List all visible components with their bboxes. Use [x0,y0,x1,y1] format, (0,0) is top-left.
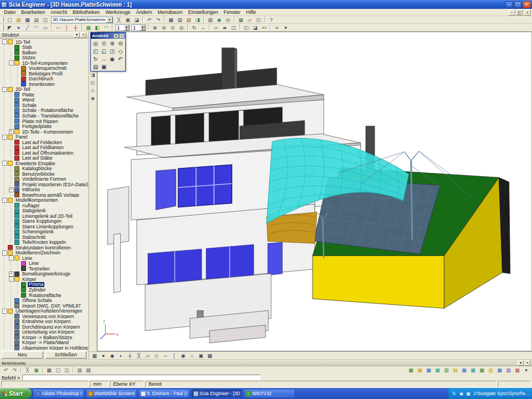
ucs-icon[interactable]: ⌂ [188,352,196,359]
result-grid-icon[interactable]: ▦ [416,367,424,374]
zoom-all-icon[interactable]: ◎ [177,24,186,31]
gallery-icon[interactable]: ◨ [193,16,202,23]
dock-icon[interactable]: ▾ [518,360,524,366]
result-grid-icon[interactable]: ▤ [504,367,513,374]
results-icon[interactable]: ▥ [176,16,184,23]
dock-icon[interactable]: ▾ [74,32,80,38]
tree-item[interactable]: Allgemeinen Körper in Hohlkörper... [1,345,88,350]
polar-icon[interactable]: ╳ [135,352,143,359]
tree-item[interactable]: Import DWG, DXF, VRML97 [1,303,88,309]
taskbar-task[interactable]: WartMühle Screenshot2... [86,389,137,398]
tree-item[interactable]: Stabgelenk [1,208,88,214]
column-tool-icon[interactable]: │ [63,24,71,31]
cut-icon[interactable]: ╳ [115,16,123,23]
collapse-icon[interactable]: - [9,60,14,65]
tree-item[interactable]: Stabschnitt [1,234,88,240]
print-preview-icon[interactable]: ◫ [41,16,49,23]
tree-item[interactable]: Teile/Knoten koppeln [1,240,88,245]
open-project-icon[interactable]: ▨ [14,16,23,23]
tree-item[interactable]: +Bemaßungswerkzeuge [1,272,88,277]
mdi-close-icon[interactable]: × [524,9,531,16]
view-top-icon[interactable]: ◰ [91,47,100,55]
paste-icon[interactable]: ◪ [132,16,141,23]
tree-item[interactable]: Starre Kopplungen [1,219,88,224]
tree-item[interactable]: Last auf Öffnungskanten [1,150,88,156]
dimension-icon[interactable]: ↤ [260,24,268,31]
tree-item[interactable]: -1D-Teil-Komponenten [1,60,88,66]
snap-grid-icon[interactable]: ▦ [90,352,99,359]
axo-view-icon[interactable]: ◇ [90,87,96,94]
document-icon[interactable]: ▤ [185,16,193,23]
zoom-window-icon[interactable]: ⊙ [168,24,177,31]
tree-item[interactable]: Schale [1,103,88,108]
clip-box-icon[interactable]: ◰ [242,24,250,31]
panel-menu-icon[interactable]: ▾ [522,367,530,374]
collapse-icon[interactable]: - [2,198,7,203]
layers-icon[interactable]: ▧ [206,16,214,23]
snap-node-icon[interactable]: ● [99,352,108,359]
taskbar-task[interactable]: Adobe Photoshop CS3 E... [33,389,84,398]
close-icon[interactable]: × [119,34,124,38]
tree-item[interactable]: Körper -> Platte/Wand [1,340,88,345]
viewport-canvas[interactable]: z x [97,32,532,351]
tree-item[interactable]: Last auf Stäbe [1,155,88,161]
zoom-in-icon[interactable]: ⊕ [108,39,116,47]
tree-item[interactable]: Last auf Feldkanten [1,145,88,150]
close-icon[interactable]: × [524,360,530,366]
result-grid-icon[interactable]: ▦ [478,367,486,374]
beam-tool-icon[interactable]: ─ [54,24,62,31]
tree-item[interactable]: -1D-Teil [1,39,88,45]
taskbar-task[interactable]: Scia Engineer - [3D H... [191,389,242,398]
tree-item[interactable]: Balken [1,50,88,55]
result-grid-icon[interactable]: ▦ [407,367,415,374]
tree-item[interactable]: -Modellieren/Zeichnen [1,250,88,256]
print-view-icon[interactable]: ▤ [91,63,100,70]
line-grid-icon[interactable]: ─ [161,352,170,359]
cmd-next-icon[interactable]: ↷ [11,367,19,374]
tree-item[interactable]: Prisma [1,282,88,288]
snap-endpoint-icon[interactable]: ◆ [108,352,116,359]
visibility-icon[interactable]: ◎ [224,16,232,23]
tree-item[interactable]: Schale - Translationsfläche [1,113,88,119]
tree-item[interactable]: Durchbruch [1,76,88,82]
menu-item[interactable]: Ansicht [48,9,70,15]
tree-item[interactable]: Bewehrung gemäß Vorlage [1,192,88,198]
pan-view-icon[interactable]: ↔ [100,55,108,63]
expand-icon[interactable]: + [9,187,14,192]
collapse-icon[interactable]: - [2,161,7,166]
cmd-cancel-icon[interactable]: ╳ [23,367,32,374]
solid-tool-icon[interactable]: ◧ [93,24,101,31]
tree-item[interactable]: Innenknoten [1,81,88,87]
result-grid-icon[interactable]: ▦ [460,367,468,374]
column-grid-icon[interactable]: │ [170,352,178,359]
tree-item[interactable]: Liniengelenk auf 2D-Teil [1,213,88,219]
zoom-all-icon[interactable]: ◎ [91,39,100,47]
tree-item[interactable]: Durchdringung von Körpern [1,324,88,330]
factor-stepper[interactable]: 1 ▲▼ [131,24,146,31]
render-wire-icon[interactable]: ▱ [212,24,220,31]
collapse-icon[interactable]: - [2,135,7,140]
tree-item[interactable]: -Körper [1,277,88,282]
chevron-down-icon[interactable]: ▼ [124,28,129,30]
previous-view-icon[interactable]: ↶ [116,55,125,63]
tree-item[interactable]: Starre Linienkopplungen [1,224,88,229]
collapse-icon[interactable]: - [9,255,14,260]
collapse-icon[interactable]: - [2,87,7,92]
tree-item[interactable]: -Modellkomponenten [1,197,88,203]
zoom-out-icon[interactable]: ⊖ [160,24,168,31]
plane-xy-icon[interactable]: ▱ [144,352,152,359]
result-grid-icon[interactable]: ▩ [469,367,477,374]
title-bar[interactable]: Scia Engineer - [3D Hausm.PlatteSchwimm … [0,0,532,9]
tree-item[interactable]: Auflager [1,203,88,208]
dock-icon[interactable]: ▾ [114,34,119,38]
collapse-icon[interactable]: - [2,250,7,255]
select-none-icon[interactable]: ▢ [54,367,62,374]
new-project-icon[interactable]: ▢ [6,16,14,23]
structure-panel-header[interactable]: Struktur ▾ × [0,32,88,39]
copy-icon[interactable]: ▣ [124,16,132,23]
tree-item[interactable]: +InBlocks [1,187,88,192]
command-panel-header[interactable]: Befehlszeile ▾ × [0,360,532,366]
mdi-minimize-icon[interactable]: − [508,9,515,16]
close-icon[interactable]: × [523,1,531,8]
cmd-prev-icon[interactable]: ↶ [2,367,10,374]
